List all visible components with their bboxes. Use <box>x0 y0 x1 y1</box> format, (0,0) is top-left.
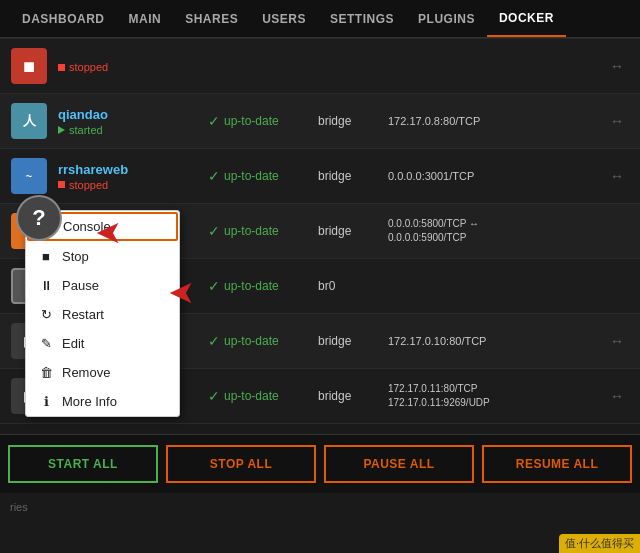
stop-all-button[interactable]: STOP ALL <box>166 445 316 483</box>
container-name-col: qiandao started <box>58 107 208 136</box>
start-all-button[interactable]: START ALL <box>8 445 158 483</box>
resume-all-button[interactable]: RESUME ALL <box>482 445 632 483</box>
container-port: 172.17.0.10:80/TCP <box>388 335 610 347</box>
container-network: bridge <box>318 169 388 183</box>
bottom-status-text: ries <box>10 501 28 513</box>
watermark: 值·什么值得买 <box>559 534 640 553</box>
red-arrow-2: ➤ <box>168 275 195 313</box>
container-uptodate: ✓ up-to-date <box>208 388 318 404</box>
menu-item-moreinfo[interactable]: ℹ More Info <box>26 387 179 416</box>
nav-dashboard[interactable]: DASHBOARD <box>10 0 117 37</box>
nav-users[interactable]: USERS <box>250 0 318 37</box>
container-uptodate: ✓ up-to-date <box>208 278 318 294</box>
container-uptodate: ✓ up-to-date <box>208 223 318 239</box>
menu-item-remove[interactable]: 🗑 Remove <box>26 358 179 387</box>
table-row[interactable]: ~ rrshareweb stopped ✓ up-to-date bridge… <box>0 149 640 204</box>
red-arrow-1: ➤ <box>95 215 122 253</box>
container-network: bridge <box>318 224 388 238</box>
container-port: 0.0.0.0:3001/TCP <box>388 170 610 182</box>
restart-icon: ↻ <box>38 307 54 322</box>
nav-plugins[interactable]: PLUGINS <box>406 0 487 37</box>
menu-item-pause[interactable]: ⏸ Pause <box>26 271 179 300</box>
top-navigation: DASHBOARD MAIN SHARES USERS SETTINGS PLU… <box>0 0 640 38</box>
nav-settings[interactable]: SETTINGS <box>318 0 406 37</box>
menu-item-edit[interactable]: ✎ Edit <box>26 329 179 358</box>
container-name-col: stopped <box>58 59 208 73</box>
action-buttons: START ALL STOP ALL PAUSE ALL RESUME ALL <box>0 434 640 493</box>
container-network: bridge <box>318 334 388 348</box>
nav-shares[interactable]: SHARES <box>173 0 250 37</box>
pause-icon: ⏸ <box>38 278 54 293</box>
container-uptodate: ✓ up-to-date <box>208 113 318 129</box>
edit-icon: ✎ <box>38 336 54 351</box>
container-uptodate: ✓ up-to-date <box>208 333 318 349</box>
menu-item-restart[interactable]: ↻ Restart <box>26 300 179 329</box>
question-circle-overlay: ? <box>16 195 62 241</box>
table-row[interactable]: 人 qiandao started ✓ up-to-date bridge 17… <box>0 94 640 149</box>
container-uptodate: ✓ up-to-date <box>208 168 318 184</box>
container-network: bridge <box>318 389 388 403</box>
container-icon: ~ <box>10 157 48 195</box>
container-name-col: rrshareweb stopped <box>58 162 208 191</box>
container-icon: ■ <box>10 47 48 85</box>
container-port: 0.0.0.0:5800/TCP ↔0.0.0.0:5900/TCP <box>388 217 630 245</box>
nav-docker[interactable]: DOCKER <box>487 0 566 37</box>
stop-icon: ■ <box>38 249 54 264</box>
container-icon: 人 <box>10 102 48 140</box>
container-port: 172.17.0.8:80/TCP <box>388 115 610 127</box>
remove-icon: 🗑 <box>38 365 54 380</box>
nav-main[interactable]: MAIN <box>117 0 174 37</box>
info-icon: ℹ <box>38 394 54 409</box>
container-network: br0 <box>318 279 388 293</box>
pause-all-button[interactable]: PAUSE ALL <box>324 445 474 483</box>
container-port: 172.17.0.11:80/TCP172.17.0.11:9269/UDP <box>388 382 610 410</box>
table-row[interactable]: ■ stopped ↔ <box>0 38 640 94</box>
container-network: bridge <box>318 114 388 128</box>
